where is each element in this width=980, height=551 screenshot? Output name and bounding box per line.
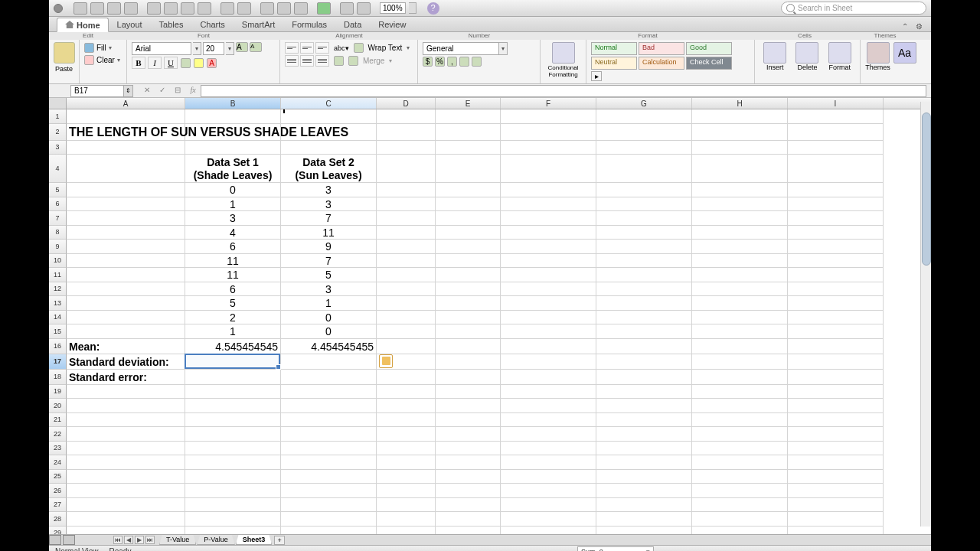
search-input[interactable]: Search in Sheet <box>781 2 926 15</box>
cell-H11[interactable] <box>692 268 788 282</box>
cell-C15[interactable]: 0 <box>281 324 377 339</box>
cell-G26[interactable] <box>596 484 692 498</box>
cell-B7[interactable]: 3 <box>185 211 281 226</box>
cell-I14[interactable] <box>788 311 884 325</box>
cell-F20[interactable] <box>501 399 596 413</box>
sheet-nav-first[interactable]: ⏮ <box>113 536 122 544</box>
cell-C9[interactable]: 9 <box>281 240 377 254</box>
cell-C20[interactable] <box>281 399 377 413</box>
row-header-2[interactable]: 2 <box>49 124 67 141</box>
cell-I13[interactable] <box>788 296 884 311</box>
cell-C27[interactable] <box>281 498 377 513</box>
row-header-19[interactable]: 19 <box>49 385 67 399</box>
cell-D7[interactable] <box>377 211 436 226</box>
cell-D10[interactable] <box>377 254 436 269</box>
font-color-button[interactable]: A <box>207 58 217 68</box>
cell-G14[interactable] <box>596 311 692 325</box>
cell-E27[interactable] <box>436 498 501 513</box>
row-header-21[interactable]: 21 <box>49 413 67 428</box>
add-sheet-button[interactable]: + <box>274 536 285 545</box>
cell-F15[interactable] <box>501 324 596 339</box>
cell-A24[interactable] <box>67 455 185 470</box>
styles-more-icon[interactable]: ▸ <box>591 71 602 81</box>
cell-G2[interactable] <box>596 124 692 141</box>
name-box[interactable]: B17 <box>70 85 124 97</box>
cell-E23[interactable] <box>436 442 501 456</box>
cell-D13[interactable] <box>377 296 436 311</box>
cell-F4[interactable] <box>501 155 596 183</box>
insert-cells-button[interactable]: Insert <box>760 42 790 81</box>
cell-A3[interactable] <box>67 141 185 155</box>
cell-H10[interactable] <box>692 254 788 269</box>
cell-A13[interactable] <box>67 296 185 311</box>
cell-H29[interactable] <box>692 527 788 535</box>
column-header-F[interactable]: F <box>501 98 596 109</box>
row-header-9[interactable]: 9 <box>49 240 67 254</box>
cell-G17[interactable] <box>596 354 692 370</box>
cell-G10[interactable] <box>596 254 692 269</box>
cell-E12[interactable] <box>436 282 501 297</box>
row-header-20[interactable]: 20 <box>49 399 67 413</box>
cell-B28[interactable] <box>185 512 281 527</box>
cell-D12[interactable] <box>377 282 436 297</box>
cell-G21[interactable] <box>596 413 692 428</box>
cell-H2[interactable] <box>692 124 788 141</box>
cell-I8[interactable] <box>788 226 884 240</box>
fill-color-button[interactable] <box>194 58 204 68</box>
align-center-icon[interactable] <box>300 55 314 67</box>
row-header-5[interactable]: 5 <box>49 183 67 197</box>
cell-F8[interactable] <box>501 226 596 240</box>
cell-H6[interactable] <box>692 197 788 212</box>
gallery-icon[interactable] <box>340 2 354 15</box>
smart-tag-icon[interactable] <box>379 354 393 368</box>
cell-H7[interactable] <box>692 211 788 226</box>
formula-accept-icon[interactable]: ✓ <box>156 86 168 96</box>
border-button[interactable] <box>181 58 191 68</box>
row-header-22[interactable]: 22 <box>49 427 67 442</box>
sheet-tab-p-value[interactable]: P-Value <box>197 535 234 545</box>
cell-B1[interactable] <box>185 109 281 124</box>
cell-D26[interactable] <box>377 484 436 498</box>
cell-F18[interactable] <box>501 370 596 385</box>
fonts-theme-icon[interactable]: Aa <box>893 42 916 64</box>
clear-icon[interactable] <box>84 55 94 65</box>
cell-F11[interactable] <box>501 268 596 282</box>
column-header-E[interactable]: E <box>436 98 501 109</box>
cell-D11[interactable] <box>377 268 436 282</box>
cell-I15[interactable] <box>788 324 884 339</box>
row-header-23[interactable]: 23 <box>49 442 67 456</box>
cell-D20[interactable] <box>377 399 436 413</box>
cell-B9[interactable]: 6 <box>185 240 281 254</box>
cell-H8[interactable] <box>692 226 788 240</box>
cell-H20[interactable] <box>692 399 788 413</box>
cell-F1[interactable] <box>501 109 596 124</box>
style-calculation[interactable]: Calculation <box>639 57 684 70</box>
cell-H19[interactable] <box>692 385 788 399</box>
cell-B22[interactable] <box>185 427 281 442</box>
column-headers[interactable]: ABCDEFGHI <box>49 98 931 109</box>
column-header-G[interactable]: G <box>596 98 692 109</box>
cell-C7[interactable]: 7 <box>281 211 377 226</box>
currency-icon[interactable]: $ <box>423 57 433 67</box>
cell-G20[interactable] <box>596 399 692 413</box>
cell-I29[interactable] <box>788 527 884 535</box>
sheet-tab-t-value[interactable]: T-Value <box>159 535 196 545</box>
format-cells-icon[interactable] <box>828 42 851 64</box>
cell-H21[interactable] <box>692 413 788 428</box>
size-drop[interactable]: ▾ <box>226 42 234 55</box>
tab-tables[interactable]: Tables <box>151 17 192 31</box>
style-neutral[interactable]: Neutral <box>591 57 637 70</box>
cell-I1[interactable] <box>788 109 884 124</box>
cell-C3[interactable] <box>281 141 377 155</box>
delete-cells-button[interactable]: Delete <box>792 42 822 81</box>
cell-H3[interactable] <box>692 141 788 155</box>
cell-G18[interactable] <box>596 370 692 385</box>
cell-F13[interactable] <box>501 296 596 311</box>
percent-icon[interactable]: % <box>435 57 445 67</box>
cell-E28[interactable] <box>436 512 501 527</box>
cell-F29[interactable] <box>501 527 596 535</box>
scroll-thumb[interactable] <box>922 112 931 266</box>
cell-F5[interactable] <box>501 183 596 197</box>
cell-B26[interactable] <box>185 484 281 498</box>
cell-C22[interactable] <box>281 427 377 442</box>
